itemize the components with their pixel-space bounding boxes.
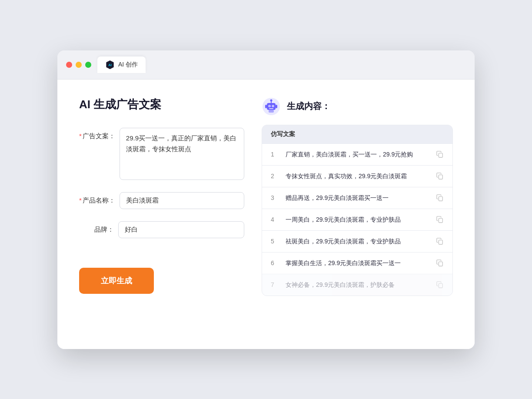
- svg-point-9: [270, 99, 273, 101]
- form-group-brand: 品牌：: [79, 221, 244, 238]
- table-row: 6 掌握美白生活，29.9元美白淡斑霜买一送一: [262, 252, 452, 274]
- ai-tab-icon: AI: [105, 60, 115, 70]
- table-row: 4 一周美白，29.9元美白淡斑霜，专业护肤品: [262, 209, 452, 230]
- form-group-product-name: *产品名称：: [79, 192, 244, 209]
- table-row: 7 女神必备，29.9元美白淡斑霜，护肤必备: [262, 274, 452, 296]
- table-row: 5 祛斑美白，29.9元美白淡斑霜，专业护肤品: [262, 230, 452, 252]
- row-text: 专抹女性斑点，真实功效，29.9元美白淡斑霜: [286, 172, 429, 181]
- ad-copy-input[interactable]: 29.9买一送一，真正的厂家直销，美白淡斑霜，专抹女性斑点: [120, 128, 244, 180]
- title-bar: AI AI 创作: [57, 50, 475, 80]
- svg-rect-12: [265, 105, 267, 108]
- ai-creation-tab[interactable]: AI AI 创作: [97, 57, 146, 73]
- brand-input[interactable]: [118, 221, 244, 238]
- robot-icon: [262, 97, 281, 116]
- svg-text:AI: AI: [108, 63, 112, 67]
- svg-point-6: [269, 105, 270, 106]
- left-panel: AI 生成广告文案 *广告文案： 29.9买一送一，真正的厂家直销，美白淡斑霜，…: [79, 97, 244, 327]
- row-text: 一周美白，29.9元美白淡斑霜，专业护肤品: [286, 215, 429, 224]
- right-panel: 生成内容： 仿写文案 1 厂家直销，美白淡斑霜，买一送一，29.9元抢购 2 专…: [262, 97, 453, 327]
- row-number: 5: [271, 238, 279, 245]
- page-title: AI 生成广告文案: [79, 97, 244, 112]
- svg-rect-17: [439, 218, 442, 223]
- brand-label: 品牌：: [79, 221, 114, 234]
- row-number: 1: [271, 151, 279, 158]
- row-number: 4: [271, 216, 279, 223]
- table-row: 1 厂家直销，美白淡斑霜，买一送一，29.9元抢购: [262, 143, 452, 165]
- copy-icon[interactable]: [436, 194, 444, 202]
- close-button[interactable]: [66, 62, 72, 68]
- svg-rect-15: [439, 175, 442, 179]
- copy-icon[interactable]: [436, 150, 444, 158]
- required-star-ad: *: [79, 132, 82, 140]
- maximize-button[interactable]: [85, 62, 91, 68]
- traffic-lights: [66, 62, 91, 68]
- app-content: AI 生成广告文案 *广告文案： 29.9买一送一，真正的厂家直销，美白淡斑霜，…: [57, 80, 475, 349]
- table-row: 3 赠品再送，29.9元美白淡斑霜买一送一: [262, 187, 452, 209]
- result-title: 生成内容：: [287, 100, 330, 112]
- svg-point-7: [273, 105, 273, 106]
- row-text: 祛斑美白，29.9元美白淡斑霜，专业护肤品: [286, 237, 429, 246]
- table-row: 2 专抹女性斑点，真实功效，29.9元美白淡斑霜: [262, 165, 452, 187]
- minimize-button[interactable]: [76, 62, 82, 68]
- svg-rect-10: [269, 108, 273, 109]
- row-text: 厂家直销，美白淡斑霜，买一送一，29.9元抢购: [286, 150, 429, 159]
- generate-button[interactable]: 立即生成: [79, 268, 154, 294]
- result-table: 仿写文案 1 厂家直销，美白淡斑霜，买一送一，29.9元抢购 2 专抹女性斑点，…: [262, 125, 453, 296]
- row-number: 2: [271, 173, 279, 180]
- product-name-input[interactable]: [120, 192, 244, 209]
- ad-copy-label: *广告文案：: [79, 128, 115, 140]
- copy-icon[interactable]: [436, 259, 444, 267]
- svg-rect-14: [439, 153, 442, 157]
- tab-label: AI 创作: [118, 61, 138, 69]
- svg-rect-11: [269, 110, 274, 113]
- svg-rect-13: [276, 105, 277, 108]
- copy-icon[interactable]: [436, 172, 444, 180]
- copy-icon[interactable]: [436, 216, 444, 223]
- row-number: 7: [271, 281, 279, 288]
- row-number: 6: [271, 259, 279, 266]
- row-number: 3: [271, 194, 279, 201]
- browser-window: AI AI 创作 AI 生成广告文案 *广告文案： 29.9买一送一，真正的厂家…: [57, 50, 475, 349]
- svg-rect-18: [439, 240, 442, 244]
- copy-icon[interactable]: [436, 237, 444, 245]
- result-table-header: 仿写文案: [262, 125, 452, 143]
- row-text: 赠品再送，29.9元美白淡斑霜买一送一: [286, 193, 429, 203]
- required-star-product: *: [79, 196, 82, 204]
- copy-icon[interactable]: [436, 281, 444, 289]
- svg-rect-20: [439, 283, 442, 288]
- product-name-label: *产品名称：: [79, 192, 115, 205]
- svg-rect-19: [439, 262, 442, 266]
- row-text: 掌握美白生活，29.9元美白淡斑霜买一送一: [286, 259, 429, 268]
- result-header: 生成内容：: [262, 97, 453, 116]
- row-text: 女神必备，29.9元美白淡斑霜，护肤必备: [286, 280, 429, 289]
- form-group-ad-copy: *广告文案： 29.9买一送一，真正的厂家直销，美白淡斑霜，专抹女性斑点: [79, 128, 244, 180]
- svg-rect-16: [439, 196, 442, 201]
